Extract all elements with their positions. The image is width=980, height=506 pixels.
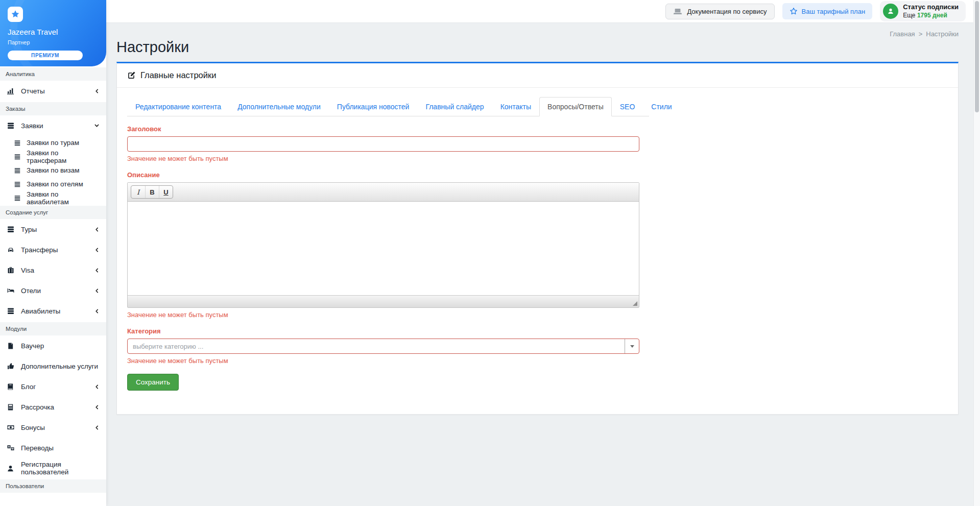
sidebar-item-label: Отели bbox=[21, 287, 41, 295]
underline-button[interactable]: U bbox=[159, 186, 173, 198]
editor-toolbar: I B U bbox=[128, 183, 639, 202]
sidebar-item-label: Рассрочка bbox=[21, 403, 54, 411]
italic-button[interactable]: I bbox=[131, 186, 145, 198]
category-field-error: Значение не может быть пустым bbox=[127, 357, 639, 365]
docs-button-label: Документация по сервису bbox=[687, 8, 767, 15]
tab-seo[interactable]: SEO bbox=[612, 97, 643, 116]
brand-logo bbox=[8, 7, 23, 22]
car-icon bbox=[7, 246, 15, 254]
tab-news-publishing[interactable]: Публикация новостей bbox=[329, 97, 418, 116]
subscription-days: Еще 1795 дней bbox=[903, 12, 959, 19]
tab-contacts[interactable]: Контакты bbox=[492, 97, 539, 116]
sidebar-item-extra-services[interactable]: Дополнительные услуги bbox=[0, 356, 106, 376]
bed-icon bbox=[7, 286, 15, 295]
description-editor: I B U bbox=[127, 182, 639, 308]
brand-role: Партнер bbox=[8, 39, 99, 45]
sidebar-item-bonuses[interactable]: Бонусы bbox=[0, 417, 106, 438]
subscription-status[interactable]: Статус подписки Еще 1795 дней bbox=[880, 1, 966, 21]
page-title: Настройки bbox=[116, 39, 959, 56]
sidebar-item-transfers[interactable]: Трансферы bbox=[0, 239, 106, 260]
sidebar-item-requests[interactable]: Заявки bbox=[0, 115, 106, 136]
sidebar-item-reports[interactable]: Отчеты bbox=[0, 81, 106, 101]
brand-name: Jazeera Travel bbox=[8, 28, 99, 36]
sidebar-item-airtickets[interactable]: Авиабилеты bbox=[0, 301, 106, 321]
card-body: Редактирование контента Дополнительные м… bbox=[117, 88, 958, 414]
laptop-icon bbox=[673, 8, 682, 15]
faq-form: Заголовок Значение не может быть пустым … bbox=[127, 125, 639, 391]
sidebar-item-label: Трансферы bbox=[21, 246, 58, 254]
sidebar-subitem-label: Заявки по визам bbox=[27, 166, 80, 174]
sidebar-section-analytics: Аналитика bbox=[0, 67, 106, 81]
breadcrumb-separator: > bbox=[919, 30, 923, 38]
user-icon bbox=[7, 464, 15, 473]
sidebar-subitem-visa-requests[interactable]: Заявки по визам bbox=[0, 163, 106, 177]
card-header: Главные настройки bbox=[117, 63, 958, 88]
chevron-left-icon bbox=[94, 268, 100, 273]
sidebar-item-tours[interactable]: Туры bbox=[0, 219, 106, 239]
sidebar-item-blog[interactable]: Блог bbox=[0, 376, 106, 397]
sidebar-item-label: Регистрация пользователей bbox=[21, 461, 100, 476]
category-select[interactable]: выберите категорию ... bbox=[127, 339, 639, 354]
bold-button[interactable]: B bbox=[145, 186, 159, 198]
sidebar-item-label: Блог bbox=[21, 383, 36, 391]
chevron-left-icon bbox=[94, 425, 100, 430]
tab-faq[interactable]: Вопросы/Ответы bbox=[539, 97, 612, 116]
category-field-label: Категория bbox=[127, 327, 639, 335]
sidebar-item-visa[interactable]: Visa bbox=[0, 260, 106, 280]
content-area: Главная > Настройки Настройки Главные на… bbox=[106, 23, 980, 506]
list-icon bbox=[14, 153, 21, 160]
list-icon bbox=[14, 166, 21, 174]
sidebar-subitem-label: Заявки по авиабилетам bbox=[27, 190, 100, 206]
sidebar-item-installment[interactable]: Рассрочка bbox=[0, 397, 106, 417]
settings-card: Главные настройки Редактирование контент… bbox=[116, 62, 959, 415]
subscription-title: Статус подписки bbox=[903, 3, 959, 11]
tab-styles[interactable]: Стили bbox=[643, 97, 680, 116]
book-icon bbox=[7, 382, 15, 391]
edit-icon bbox=[127, 71, 136, 80]
description-textarea[interactable] bbox=[128, 202, 639, 295]
chevron-left-icon bbox=[94, 384, 100, 390]
tariff-plan-button[interactable]: Ваш тарифный план bbox=[782, 3, 873, 19]
calculator-icon bbox=[7, 403, 15, 412]
chevron-left-icon bbox=[94, 227, 100, 232]
chevron-down-icon bbox=[94, 123, 100, 128]
sidebar-item-label: Туры bbox=[21, 226, 37, 233]
sidebar-item-label: Ваучер bbox=[21, 342, 44, 350]
sidebar-item-label: Переводы bbox=[21, 444, 54, 452]
bar-chart-icon bbox=[7, 87, 15, 95]
tab-content-editing[interactable]: Редактирование контента bbox=[127, 97, 229, 116]
sidebar-section-users: Пользователи bbox=[0, 479, 106, 493]
sidebar-section-orders: Заказы bbox=[0, 102, 106, 115]
sidebar-subitem-tour-requests[interactable]: Заявки по турам bbox=[0, 136, 106, 150]
sidebar-item-translations[interactable]: Переводы bbox=[0, 438, 106, 458]
sidebar-item-label: Авиабилеты bbox=[21, 307, 60, 315]
tab-extra-modules[interactable]: Дополнительные модули bbox=[229, 97, 329, 116]
resize-handle-icon[interactable] bbox=[633, 301, 637, 306]
docs-button[interactable]: Документация по сервису bbox=[665, 4, 774, 19]
sidebar-item-user-registration[interactable]: Регистрация пользователей bbox=[0, 458, 106, 478]
list-icon bbox=[14, 180, 21, 188]
breadcrumb-home-link[interactable]: Главная bbox=[890, 30, 915, 38]
editor-statusbar bbox=[128, 295, 639, 307]
scrollbar-thumb[interactable] bbox=[975, 1, 979, 112]
sidebar-subitem-transfer-requests[interactable]: Заявки по трансферам bbox=[0, 150, 106, 163]
user-avatar-icon bbox=[883, 4, 898, 19]
page-scrollbar[interactable] bbox=[973, 0, 980, 506]
description-field-label: Описание bbox=[127, 171, 639, 179]
sidebar-subitem-airticket-requests[interactable]: Заявки по авиабилетам bbox=[0, 191, 106, 205]
breadcrumb: Главная > Настройки bbox=[116, 30, 959, 38]
sidebar-item-voucher[interactable]: Ваучер bbox=[0, 335, 106, 356]
sidebar-item-hotels[interactable]: Отели bbox=[0, 280, 106, 301]
stack-icon bbox=[7, 307, 15, 316]
tariff-plan-label: Ваш тарифный план bbox=[802, 8, 866, 15]
title-field-error: Значение не может быть пустым bbox=[127, 155, 639, 162]
title-input[interactable] bbox=[127, 136, 639, 152]
subscription-days-value: 1795 дней bbox=[917, 12, 947, 19]
sidebar-subitem-hotel-requests[interactable]: Заявки по отелям bbox=[0, 177, 106, 191]
list-icon bbox=[14, 139, 21, 147]
brand-card: Jazeera Travel Партнер ПРЕМИУМ bbox=[0, 0, 106, 66]
sidebar-subitem-label: Заявки по трансферам bbox=[27, 149, 100, 164]
tab-main-slider[interactable]: Главный слайдер bbox=[417, 97, 492, 116]
save-button[interactable]: Сохранить bbox=[127, 374, 179, 391]
chevron-left-icon bbox=[94, 404, 100, 410]
